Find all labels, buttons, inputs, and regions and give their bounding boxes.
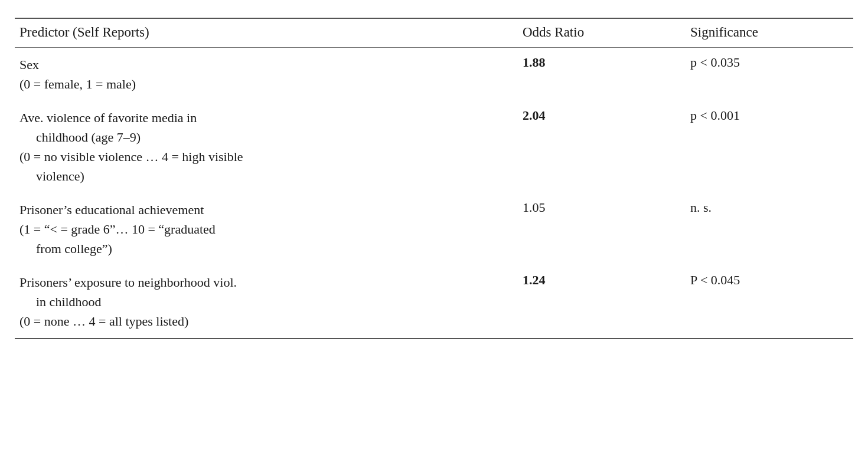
- col-header-significance: Significance: [686, 18, 853, 48]
- predictor-cell: Sex(0 = female, 1 = male): [15, 48, 518, 101]
- significance-cell: P < 0.045: [686, 265, 853, 339]
- table-row: Sex(0 = female, 1 = male)1.88p < 0.035: [15, 48, 853, 101]
- predictor-line: Prisoners’ exposure to neighborhood viol…: [19, 273, 508, 292]
- col-header-predictor: Predictor (Self Reports): [15, 18, 518, 48]
- predictor-line: (0 = no visible violence … 4 = high visi…: [19, 147, 508, 166]
- predictor-line: Sex: [19, 55, 508, 74]
- table-row: Ave. violence of favorite media inchildh…: [15, 101, 853, 193]
- significance-cell: p < 0.035: [686, 48, 853, 101]
- predictor-line: Ave. violence of favorite media in: [19, 108, 508, 127]
- odds-ratio-cell: 1.05: [518, 193, 686, 265]
- header-row: Predictor (Self Reports) Odds Ratio Sign…: [15, 18, 853, 48]
- table-row: Prisoners’ exposure to neighborhood viol…: [15, 265, 853, 339]
- predictor-cell: Prisoners’ exposure to neighborhood viol…: [15, 265, 518, 339]
- odds-ratio-cell: 1.24: [518, 265, 686, 339]
- significance-cell: n. s.: [686, 193, 853, 265]
- predictor-line: Prisoner’s educational achievement: [19, 200, 508, 219]
- predictor-cell: Ave. violence of favorite media inchildh…: [15, 101, 518, 193]
- odds-ratio-cell: 2.04: [518, 101, 686, 193]
- table-container: Predictor (Self Reports) Odds Ratio Sign…: [15, 18, 853, 339]
- predictor-line: childhood (age 7–9): [19, 127, 508, 147]
- predictor-line: (1 = “< = grade 6”… 10 = “graduated: [19, 219, 508, 239]
- predictor-line: from college”): [19, 239, 508, 258]
- predictor-line: violence): [19, 166, 508, 186]
- col-header-odds-ratio: Odds Ratio: [518, 18, 686, 48]
- predictor-line: (0 = none … 4 = all types listed): [19, 311, 508, 331]
- table-row: Prisoner’s educational achievement(1 = “…: [15, 193, 853, 265]
- odds-ratio-cell: 1.88: [518, 48, 686, 101]
- predictor-cell: Prisoner’s educational achievement(1 = “…: [15, 193, 518, 265]
- data-table: Predictor (Self Reports) Odds Ratio Sign…: [15, 18, 853, 339]
- predictor-line: (0 = female, 1 = male): [19, 74, 508, 94]
- predictor-line: in childhood: [19, 292, 508, 311]
- significance-cell: p < 0.001: [686, 101, 853, 193]
